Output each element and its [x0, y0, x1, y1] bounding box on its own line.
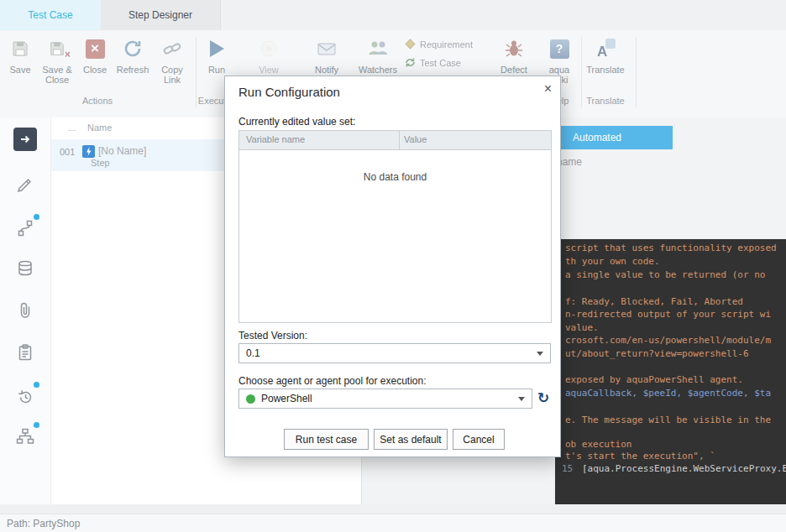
refresh-label: Refresh — [113, 65, 152, 75]
aqua-wiki-label-1: aqua — [540, 65, 579, 75]
watchers-label: Watchers — [356, 65, 400, 75]
new-requirement-button[interactable]: Requirement — [405, 39, 473, 50]
save-icon — [1, 35, 39, 62]
code-fragment: n-redirected output of your script wi — [565, 309, 771, 321]
left-sidebar — [0, 117, 50, 504]
sidebar-item-data[interactable] — [13, 257, 37, 280]
app-window: Test Case Step Designer Save × Save & Cl… — [0, 0, 786, 532]
tested-version-select[interactable]: 0.1 — [238, 343, 551, 363]
tab-test-case[interactable]: Test Case — [0, 0, 101, 30]
arrow-right-icon — [13, 128, 37, 151]
database-icon — [15, 258, 35, 279]
sidebar-item-history[interactable] — [13, 384, 37, 408]
value-set-table: Variable name Value No data found — [238, 130, 552, 323]
dialog-title: Run Configuration — [238, 85, 340, 99]
agent-select[interactable]: PowerShell — [238, 389, 532, 409]
translate-icon: A — [583, 35, 628, 62]
dialog-close-icon[interactable]: × — [544, 82, 552, 96]
code-fragment: exposed by aquaPowerShell agent. — [565, 374, 743, 386]
expand-sidebar-button[interactable] — [13, 128, 37, 151]
notify-envelope-icon — [307, 35, 346, 62]
column-divider — [399, 131, 400, 149]
sidebar-item-dependencies[interactable] — [13, 425, 37, 448]
view-label: View — [249, 65, 288, 75]
sidebar-item-attachments[interactable] — [13, 299, 37, 322]
code-fragment: [aqua.ProcessEngine.WebServiceProxy.Exec… — [582, 463, 786, 475]
column-variable-name: Variable name — [246, 134, 305, 144]
defect-bug-icon — [495, 35, 533, 62]
agent-online-status-icon — [246, 394, 255, 404]
toolbar-group-actions-label: Actions — [1, 96, 194, 106]
sidebar-item-execution-log[interactable] — [13, 341, 37, 364]
run-label: Run — [197, 65, 236, 75]
sitemap-icon — [15, 426, 35, 446]
code-fragment: ob execution — [565, 439, 631, 451]
notify-label: Notify — [307, 65, 346, 75]
agent-label: Choose agent or agent pool for execution… — [238, 375, 427, 387]
code-fragment: th your own code. — [565, 256, 660, 268]
save-close-label-2: Close — [38, 75, 76, 85]
new-test-case-button[interactable]: Test Case — [405, 57, 461, 68]
column-name: Name — [87, 123, 112, 133]
test-case-label: Test Case — [420, 58, 461, 68]
defect-label: Defect — [495, 65, 533, 75]
code-fragment: ut/about_return?view=powershell-6 — [565, 348, 749, 360]
tab-automated-label: Automated — [573, 132, 621, 143]
notification-dot — [34, 422, 39, 428]
step-number: 001 — [60, 147, 75, 157]
paperclip-icon — [15, 300, 35, 321]
tested-version-label: Tested Version: — [238, 330, 307, 342]
chevron-down-icon — [537, 352, 543, 356]
requirement-icon — [405, 39, 416, 50]
clipboard-icon — [15, 342, 35, 362]
bottom-strip — [0, 504, 786, 514]
save-close-icon: × — [38, 35, 76, 62]
code-fragment: value. — [565, 322, 599, 334]
sidebar-item-steps[interactable] — [13, 216, 37, 240]
step-subtitle: Step — [91, 158, 110, 168]
toolbar-separator — [636, 37, 637, 107]
tab-test-case-label: Test Case — [28, 9, 72, 21]
steps-flow-icon — [15, 218, 35, 238]
close-red-icon: × — [76, 35, 114, 62]
requirement-label: Requirement — [420, 39, 473, 50]
save-close-label-1: Save & — [38, 65, 76, 75]
code-layer: script that uses functionality exposedth… — [555, 239, 786, 504]
code-fragment: script that uses functionality exposed — [565, 243, 777, 254]
code-fragment: 15 — [562, 463, 573, 475]
toolbar-group-translate-label: Translate — [583, 96, 628, 106]
run-configuration-dialog: × Run Configuration Currently edited val… — [224, 76, 561, 457]
copy-link-label-2: Link — [153, 75, 191, 85]
status-path: Path: PartyShop — [7, 518, 80, 529]
set-as-default-button[interactable]: Set as default — [374, 429, 448, 450]
toolbar-separator — [581, 37, 582, 107]
column-more: ... — [68, 123, 76, 133]
watchers-people-icon — [356, 35, 400, 62]
copy-link-label-1: Copy — [153, 65, 191, 75]
code-fragment: t's start the execution", ` — [565, 451, 715, 462]
tab-step-designer[interactable]: Step Designer — [101, 0, 221, 30]
code-fragment: e. The message will be visible in the — [565, 415, 771, 426]
value-set-label: Currently edited value set: — [238, 116, 355, 128]
tab-step-designer-label: Step Designer — [128, 9, 192, 21]
run-test-case-button[interactable]: Run test case — [284, 429, 369, 450]
mini-close-x-icon: × — [65, 49, 71, 60]
status-bar: Path: PartyShop — [0, 514, 786, 532]
close-label: Close — [76, 65, 114, 75]
history-clock-icon — [15, 386, 35, 406]
test-case-arrows-icon — [405, 57, 416, 68]
code-fragment: f: Ready, Blocked, Fail, Aborted — [565, 296, 743, 308]
script-code-editor[interactable]: script that uses functionality exposedth… — [555, 239, 786, 504]
value-set-table-header: Variable name Value — [239, 131, 551, 150]
run-icon — [197, 35, 236, 62]
sidebar-item-edit[interactable] — [13, 173, 37, 196]
code-fragment: a single value to be returned (or no — [565, 269, 765, 281]
cancel-button[interactable]: Cancel — [453, 429, 505, 450]
column-value: Value — [404, 134, 427, 144]
empty-table-message: No data found — [239, 171, 551, 183]
save-label: Save — [1, 65, 39, 75]
automation-script-icon — [82, 145, 95, 158]
translate-label: Translate — [583, 65, 628, 75]
agent-value: PowerShell — [261, 393, 312, 404]
refresh-agents-icon[interactable]: ↻ — [537, 389, 549, 407]
